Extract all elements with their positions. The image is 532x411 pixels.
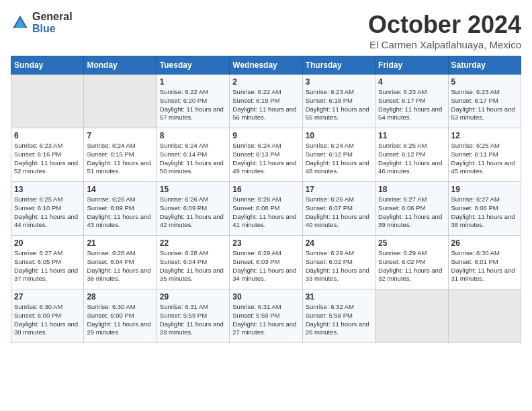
calendar-cell: 22Sunrise: 6:28 AMSunset: 6:04 PMDayligh… bbox=[157, 236, 229, 289]
day-number: 21 bbox=[87, 238, 153, 248]
cell-info: Sunrise: 6:23 AMSunset: 6:17 PMDaylight:… bbox=[451, 88, 515, 121]
day-number: 3 bbox=[306, 77, 372, 87]
cell-info: Sunrise: 6:27 AMSunset: 6:05 PMDaylight:… bbox=[14, 249, 78, 282]
cell-info: Sunrise: 6:29 AMSunset: 6:03 PMDaylight:… bbox=[232, 249, 296, 282]
cell-info: Sunrise: 6:24 AMSunset: 6:14 PMDaylight:… bbox=[160, 142, 224, 175]
day-number: 6 bbox=[14, 131, 81, 140]
day-number: 4 bbox=[378, 77, 445, 87]
calendar-cell: 4Sunrise: 6:23 AMSunset: 6:17 PMDaylight… bbox=[375, 75, 448, 128]
cell-info: Sunrise: 6:30 AMSunset: 6:00 PMDaylight:… bbox=[14, 303, 78, 336]
logo-icon bbox=[11, 13, 30, 32]
calendar-table: SundayMondayTuesdayWednesdayThursdayFrid… bbox=[11, 56, 521, 343]
cell-info: Sunrise: 6:23 AMSunset: 6:17 PMDaylight:… bbox=[378, 88, 442, 121]
day-number: 24 bbox=[306, 238, 372, 248]
day-number: 22 bbox=[160, 238, 226, 248]
day-number: 20 bbox=[14, 238, 81, 248]
cell-info: Sunrise: 6:26 AMSunset: 6:09 PMDaylight:… bbox=[160, 195, 224, 228]
calendar-cell: 14Sunrise: 6:26 AMSunset: 6:09 PMDayligh… bbox=[84, 182, 157, 236]
day-number: 27 bbox=[14, 292, 81, 302]
calendar-cell: 18Sunrise: 6:27 AMSunset: 6:06 PMDayligh… bbox=[375, 182, 448, 236]
cell-info: Sunrise: 6:30 AMSunset: 6:01 PMDaylight:… bbox=[451, 249, 515, 282]
calendar-cell: 7Sunrise: 6:24 AMSunset: 6:15 PMDaylight… bbox=[84, 128, 157, 182]
logo-text: General Blue bbox=[32, 11, 73, 34]
calendar-cell bbox=[375, 289, 448, 343]
calendar-cell: 29Sunrise: 6:31 AMSunset: 5:59 PMDayligh… bbox=[157, 289, 229, 343]
day-number: 8 bbox=[160, 131, 226, 140]
day-number: 5 bbox=[451, 77, 518, 87]
calendar-cell: 5Sunrise: 6:23 AMSunset: 6:17 PMDaylight… bbox=[448, 75, 521, 128]
month-title: October 2024 bbox=[368, 11, 521, 39]
header-tuesday: Tuesday bbox=[157, 56, 229, 75]
calendar-cell: 10Sunrise: 6:24 AMSunset: 6:12 PMDayligh… bbox=[302, 128, 375, 182]
day-number: 23 bbox=[232, 238, 299, 248]
cell-info: Sunrise: 6:27 AMSunset: 6:06 PMDaylight:… bbox=[451, 195, 515, 228]
calendar-cell: 31Sunrise: 6:32 AMSunset: 5:58 PMDayligh… bbox=[302, 289, 375, 343]
cell-info: Sunrise: 6:23 AMSunset: 6:16 PMDaylight:… bbox=[14, 142, 78, 175]
cell-info: Sunrise: 6:22 AMSunset: 6:20 PMDaylight:… bbox=[160, 88, 224, 121]
calendar-cell: 13Sunrise: 6:25 AMSunset: 6:10 PMDayligh… bbox=[11, 182, 84, 236]
day-number: 13 bbox=[14, 185, 81, 194]
week-row-3: 13Sunrise: 6:25 AMSunset: 6:10 PMDayligh… bbox=[11, 182, 521, 236]
cell-info: Sunrise: 6:30 AMSunset: 6:00 PMDaylight:… bbox=[87, 303, 150, 336]
calendar-cell: 16Sunrise: 6:26 AMSunset: 6:08 PMDayligh… bbox=[230, 182, 302, 236]
calendar-cell: 17Sunrise: 6:26 AMSunset: 6:07 PMDayligh… bbox=[302, 182, 375, 236]
cell-info: Sunrise: 6:26 AMSunset: 6:07 PMDaylight:… bbox=[306, 195, 369, 228]
cell-info: Sunrise: 6:26 AMSunset: 6:08 PMDaylight:… bbox=[232, 195, 296, 228]
cell-info: Sunrise: 6:24 AMSunset: 6:12 PMDaylight:… bbox=[306, 142, 369, 175]
calendar-cell: 2Sunrise: 6:22 AMSunset: 6:19 PMDaylight… bbox=[230, 75, 302, 128]
calendar-cell: 15Sunrise: 6:26 AMSunset: 6:09 PMDayligh… bbox=[157, 182, 229, 236]
logo-general: General bbox=[32, 11, 73, 23]
header-sunday: Sunday bbox=[11, 56, 84, 75]
week-row-2: 6Sunrise: 6:23 AMSunset: 6:16 PMDaylight… bbox=[11, 128, 521, 182]
cell-info: Sunrise: 6:29 AMSunset: 6:02 PMDaylight:… bbox=[306, 249, 369, 282]
week-row-4: 20Sunrise: 6:27 AMSunset: 6:05 PMDayligh… bbox=[11, 236, 521, 289]
day-number: 9 bbox=[232, 131, 299, 140]
day-number: 10 bbox=[306, 131, 372, 140]
cell-info: Sunrise: 6:28 AMSunset: 6:04 PMDaylight:… bbox=[87, 249, 150, 282]
cell-info: Sunrise: 6:29 AMSunset: 6:02 PMDaylight:… bbox=[378, 249, 442, 282]
cell-info: Sunrise: 6:28 AMSunset: 6:04 PMDaylight:… bbox=[160, 249, 224, 282]
header-saturday: Saturday bbox=[448, 56, 521, 75]
cell-info: Sunrise: 6:25 AMSunset: 6:10 PMDaylight:… bbox=[14, 195, 78, 228]
calendar-cell: 28Sunrise: 6:30 AMSunset: 6:00 PMDayligh… bbox=[84, 289, 157, 343]
day-number: 25 bbox=[378, 238, 445, 248]
cell-info: Sunrise: 6:25 AMSunset: 6:12 PMDaylight:… bbox=[378, 142, 442, 175]
day-number: 14 bbox=[87, 185, 153, 194]
cell-info: Sunrise: 6:24 AMSunset: 6:13 PMDaylight:… bbox=[232, 142, 296, 175]
calendar-cell: 6Sunrise: 6:23 AMSunset: 6:16 PMDaylight… bbox=[11, 128, 84, 182]
day-number: 17 bbox=[306, 185, 372, 194]
day-number: 30 bbox=[232, 292, 299, 302]
page-header: General Blue October 2024 El Carmen Xalp… bbox=[11, 11, 521, 50]
calendar-header-row: SundayMondayTuesdayWednesdayThursdayFrid… bbox=[11, 56, 521, 75]
day-number: 2 bbox=[232, 77, 299, 87]
week-row-1: 1Sunrise: 6:22 AMSunset: 6:20 PMDaylight… bbox=[11, 75, 521, 128]
day-number: 7 bbox=[87, 131, 153, 140]
logo-blue: Blue bbox=[32, 23, 73, 35]
calendar-cell bbox=[84, 75, 157, 128]
week-row-5: 27Sunrise: 6:30 AMSunset: 6:00 PMDayligh… bbox=[11, 289, 521, 343]
calendar-cell: 23Sunrise: 6:29 AMSunset: 6:03 PMDayligh… bbox=[230, 236, 302, 289]
calendar-cell: 9Sunrise: 6:24 AMSunset: 6:13 PMDaylight… bbox=[230, 128, 302, 182]
calendar-cell: 24Sunrise: 6:29 AMSunset: 6:02 PMDayligh… bbox=[302, 236, 375, 289]
day-number: 28 bbox=[87, 292, 153, 302]
calendar-cell: 20Sunrise: 6:27 AMSunset: 6:05 PMDayligh… bbox=[11, 236, 84, 289]
cell-info: Sunrise: 6:31 AMSunset: 5:59 PMDaylight:… bbox=[232, 303, 296, 336]
calendar-cell: 11Sunrise: 6:25 AMSunset: 6:12 PMDayligh… bbox=[375, 128, 448, 182]
calendar-cell: 12Sunrise: 6:25 AMSunset: 6:11 PMDayligh… bbox=[448, 128, 521, 182]
header-monday: Monday bbox=[84, 56, 157, 75]
day-number: 26 bbox=[451, 238, 518, 248]
day-number: 29 bbox=[160, 292, 226, 302]
cell-info: Sunrise: 6:24 AMSunset: 6:15 PMDaylight:… bbox=[87, 142, 150, 175]
logo: General Blue bbox=[11, 11, 73, 34]
day-number: 16 bbox=[232, 185, 299, 194]
cell-info: Sunrise: 6:23 AMSunset: 6:18 PMDaylight:… bbox=[306, 88, 369, 121]
day-number: 31 bbox=[306, 292, 372, 302]
calendar-cell: 19Sunrise: 6:27 AMSunset: 6:06 PMDayligh… bbox=[448, 182, 521, 236]
cell-info: Sunrise: 6:26 AMSunset: 6:09 PMDaylight:… bbox=[87, 195, 150, 228]
header-friday: Friday bbox=[375, 56, 448, 75]
cell-info: Sunrise: 6:32 AMSunset: 5:58 PMDaylight:… bbox=[306, 303, 369, 336]
calendar-cell: 3Sunrise: 6:23 AMSunset: 6:18 PMDaylight… bbox=[302, 75, 375, 128]
calendar-cell bbox=[11, 75, 84, 128]
calendar-cell: 30Sunrise: 6:31 AMSunset: 5:59 PMDayligh… bbox=[230, 289, 302, 343]
day-number: 18 bbox=[378, 185, 445, 194]
